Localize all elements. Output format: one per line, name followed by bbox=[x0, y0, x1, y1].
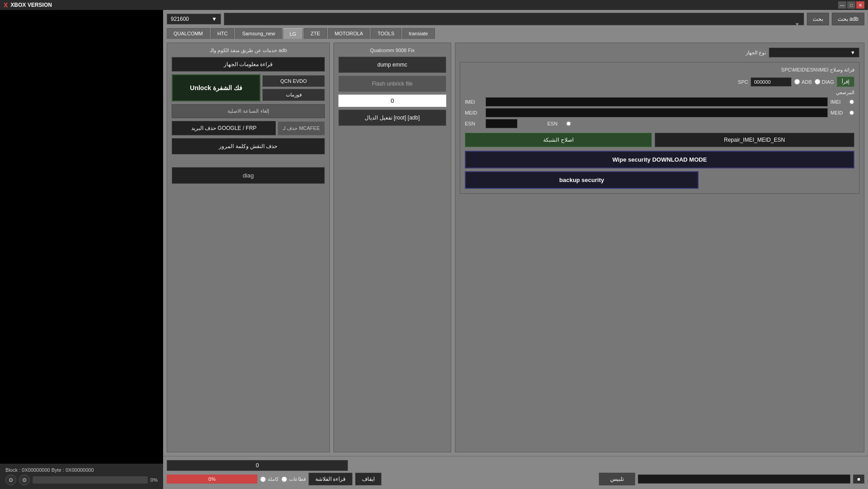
meid-right-label: MEID bbox=[830, 110, 846, 115]
flash-unbrick-button[interactable]: Flash unbrick file bbox=[338, 76, 446, 92]
main-progress-bar: 0 bbox=[167, 460, 348, 471]
search-icon: ▼ bbox=[795, 21, 800, 28]
qcn-evdo-button[interactable]: QCN EVDO bbox=[262, 75, 325, 87]
top-toolbar: 921600 ▼ ▼ بحث بحث adb bbox=[163, 10, 868, 28]
tab-translate[interactable]: transiate bbox=[402, 28, 435, 39]
diag-radio[interactable] bbox=[815, 79, 820, 85]
meid-input[interactable] bbox=[486, 108, 828, 117]
block-byte-label: Block : 0X00000000 Byte : 0X00000000 bbox=[5, 467, 158, 473]
baud-dropdown-icon: ▼ bbox=[212, 16, 217, 22]
imei-input[interactable] bbox=[486, 97, 828, 106]
meid-row: MEID MEID bbox=[465, 108, 854, 117]
adb-radio[interactable] bbox=[794, 79, 800, 85]
baud-rate-value: 921600 bbox=[171, 16, 189, 22]
imei-right-label: IMEI bbox=[830, 99, 846, 105]
tab-tools[interactable]: TOOLS bbox=[371, 28, 401, 39]
device-type-label: نوع الجهاز bbox=[746, 50, 766, 56]
pct-bar: 0% bbox=[167, 475, 257, 484]
left-status-bar: Block : 0X00000000 Byte : 0X00000000 ⊙ ⊙… bbox=[0, 464, 163, 489]
log-bar bbox=[638, 475, 851, 484]
flash-read-button[interactable]: قراءة الفلاشة bbox=[309, 473, 352, 485]
tabs-row: QUALCOMM HTC Samsung_new LG ZTE MOTOROLA… bbox=[163, 28, 868, 39]
content-area: خدمات عن طريق منفذ الكوم والـ adb قراءة … bbox=[163, 39, 868, 456]
adb-panel-title: خدمات عن طريق منفذ الكوم والـ adb bbox=[172, 48, 325, 53]
reset-factory-button[interactable]: إلغاء الصناعة الاصلية bbox=[172, 104, 325, 118]
mcafee-button[interactable]: حذف لـ MCAFEE bbox=[278, 121, 325, 135]
progress-label: 0 bbox=[256, 462, 259, 469]
unlock-label: Unlock فك الشفرة bbox=[190, 84, 242, 91]
sectors-label: قطاعات bbox=[289, 476, 306, 482]
sectors-radio[interactable] bbox=[281, 476, 287, 482]
dump-emmc-button[interactable]: dump emmc bbox=[338, 57, 446, 73]
device-dropdown-icon: ▼ bbox=[850, 50, 855, 55]
spc-row: SPC ADB DIAG إقرأ bbox=[465, 77, 854, 87]
esn-label: ESN bbox=[465, 121, 483, 126]
device-type-dropdown[interactable]: ▼ bbox=[769, 48, 859, 58]
backup-security-button[interactable]: backup security bbox=[465, 171, 699, 189]
imei-label: IMEI bbox=[465, 99, 483, 105]
unlock-button[interactable]: Unlock فك الشفرة bbox=[172, 74, 260, 101]
adb-radio-label: ADB bbox=[801, 79, 812, 85]
device-screen bbox=[0, 10, 163, 464]
maximize-button[interactable]: □ bbox=[847, 1, 855, 9]
xbox-icon: X bbox=[4, 1, 8, 9]
adb-panel: خدمات عن طريق منفذ الكوم والـ adb قراءة … bbox=[167, 43, 330, 452]
spc-label: SPC bbox=[738, 79, 748, 85]
titlebar-controls: — □ ✕ bbox=[838, 1, 864, 9]
baud-rate-select[interactable]: 921600 ▼ bbox=[167, 14, 221, 24]
tab-samsung-new[interactable]: Samsung_new bbox=[235, 28, 282, 39]
spc-read-button[interactable]: إقرأ bbox=[837, 77, 854, 87]
action-button[interactable]: تلبيس bbox=[599, 473, 635, 485]
frp-row: حذف البريد GOOGLE / FRP حذف لـ MCAFEE bbox=[172, 121, 325, 135]
search-button[interactable]: بحث bbox=[807, 13, 829, 25]
wipe-security-button[interactable]: Wipe security DOWNLOAD MODE bbox=[465, 151, 854, 168]
minimize-button[interactable]: — bbox=[838, 1, 846, 9]
tab-lg[interactable]: LG bbox=[283, 28, 303, 39]
status-circle-1: ⊙ bbox=[5, 475, 16, 485]
search-input-container[interactable]: ▼ bbox=[224, 13, 804, 25]
delete-password-button[interactable]: حذف النقش وكلمة المرور bbox=[172, 138, 325, 154]
read-info-button[interactable]: قراءة معلومات الجهاز bbox=[172, 57, 325, 72]
meid-radio-indicator bbox=[849, 110, 854, 115]
spc-panel-title: SPC\MEID\ESN\IMEI قرائة وصلاح bbox=[465, 67, 854, 73]
esn-radio-indicator bbox=[566, 121, 571, 126]
titlebar-left: X XBOX VERSION bbox=[4, 1, 52, 9]
app-title: XBOX VERSION bbox=[10, 2, 52, 8]
esn-input[interactable] bbox=[486, 119, 517, 128]
radio-sectors: قطاعات bbox=[281, 476, 306, 482]
formats-button[interactable]: فورمات bbox=[262, 89, 325, 101]
diag-radio-group: DIAG bbox=[815, 79, 834, 85]
diag-radio-label: DIAG bbox=[822, 79, 834, 85]
pct-label: 0% bbox=[208, 476, 216, 482]
log-end-button[interactable]: ■ bbox=[853, 475, 864, 484]
adb-search-button[interactable]: بحث adb bbox=[832, 13, 864, 25]
tab-htc[interactable]: HTC bbox=[211, 28, 235, 39]
close-button[interactable]: ✕ bbox=[856, 1, 864, 9]
repair-network-button[interactable]: اصلاح الشبكة bbox=[465, 133, 652, 147]
right-panel: 921600 ▼ ▼ بحث بحث adb QUALCOMM HTC Sams… bbox=[163, 10, 868, 489]
search-input[interactable] bbox=[228, 15, 800, 21]
google-frp-button[interactable]: حذف البريد GOOGLE / FRP bbox=[172, 121, 276, 135]
tab-qualcomm[interactable]: QUALCOMM bbox=[167, 28, 210, 39]
spc-input[interactable] bbox=[751, 77, 791, 86]
stop-button[interactable]: ايقاف bbox=[355, 473, 381, 485]
bottom-controls: 0% كاملة قطاعات قراءة الفلاشة ايقاف تلبي bbox=[167, 473, 864, 485]
action-buttons-row: اصلاح الشبكة Repair_IMEI_MEID_ESN bbox=[465, 133, 854, 147]
root-adb-button[interactable]: تفعيل الديال [root] [adb] bbox=[338, 110, 446, 126]
tab-zte[interactable]: ZTE bbox=[304, 28, 327, 39]
adb-radio-group: ADB bbox=[794, 79, 812, 85]
main-progress-row: 0 bbox=[167, 460, 864, 471]
left-panel: Block : 0X00000000 Byte : 0X00000000 ⊙ ⊙… bbox=[0, 10, 163, 489]
meid-label: MEID bbox=[465, 110, 483, 115]
tab-motorola[interactable]: MOTOROLA bbox=[328, 28, 370, 39]
diag-button[interactable]: diag bbox=[172, 167, 325, 184]
qualcomm-progress: 0 bbox=[338, 95, 446, 107]
esn-row: ESN ESN bbox=[465, 119, 854, 128]
imei-radio-indicator bbox=[849, 99, 854, 105]
esn-right-label: ESN bbox=[547, 121, 563, 126]
radio-complete: كاملة bbox=[260, 476, 279, 482]
qualcomm-panel: Qualcomm 9008 Fix dump emmc Flash unbric… bbox=[333, 43, 451, 452]
repair-imei-button[interactable]: Repair_IMEI_MEID_ESN bbox=[655, 133, 854, 147]
titlebar: X XBOX VERSION — □ ✕ bbox=[0, 0, 868, 10]
complete-radio[interactable] bbox=[260, 476, 266, 482]
